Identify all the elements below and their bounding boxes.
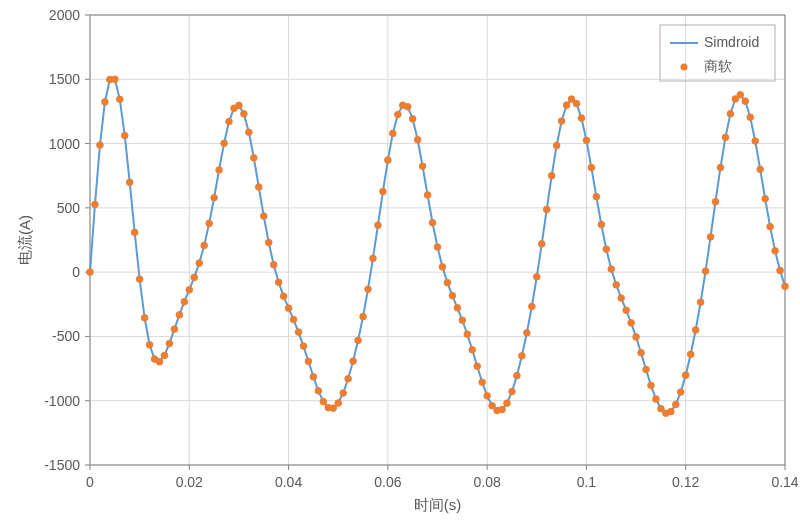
- series-marker: [772, 248, 779, 255]
- series-marker: [593, 193, 600, 200]
- series-marker: [747, 114, 754, 121]
- series-marker: [390, 130, 397, 137]
- series-marker: [265, 239, 272, 246]
- series-marker: [524, 330, 531, 337]
- series-marker: [633, 334, 640, 341]
- series-marker: [504, 400, 511, 407]
- series-marker: [146, 341, 153, 348]
- series-marker: [648, 382, 655, 389]
- series-marker: [519, 353, 526, 360]
- series-marker: [380, 188, 387, 195]
- series-marker: [345, 375, 352, 382]
- series-marker: [643, 366, 650, 373]
- y-tick-label: -1000: [44, 393, 80, 409]
- series-marker: [176, 312, 183, 319]
- series-marker: [682, 372, 689, 379]
- series-marker: [394, 111, 401, 118]
- y-tick-label: 2000: [49, 7, 80, 23]
- series-marker: [543, 206, 550, 213]
- series-marker: [226, 118, 233, 125]
- x-axis-title: 时间(s): [414, 496, 462, 513]
- series-marker: [687, 351, 694, 358]
- x-tick-label: 0.04: [275, 474, 302, 490]
- series-marker: [752, 138, 759, 145]
- series-marker: [350, 358, 357, 365]
- series-marker: [469, 347, 476, 354]
- series-marker: [548, 172, 555, 179]
- series-marker: [558, 118, 565, 125]
- series-marker: [588, 164, 595, 171]
- series-marker: [608, 266, 615, 273]
- series-marker: [563, 102, 570, 109]
- series-marker: [514, 372, 521, 379]
- legend-label-simdroid: Simdroid: [704, 34, 759, 50]
- series-marker: [171, 326, 178, 333]
- series-marker: [241, 111, 248, 118]
- series-marker: [295, 329, 302, 336]
- series-marker: [116, 96, 123, 103]
- series-marker: [777, 267, 784, 274]
- series-marker: [375, 222, 382, 229]
- series-marker: [285, 305, 292, 312]
- series-marker: [141, 314, 148, 321]
- series-marker: [623, 307, 630, 314]
- series-marker: [131, 229, 138, 236]
- y-tick-label: 1000: [49, 136, 80, 152]
- series-marker: [181, 298, 188, 305]
- series-marker: [474, 363, 481, 370]
- series-marker: [722, 134, 729, 141]
- series-marker: [166, 340, 173, 347]
- series-marker: [370, 255, 377, 262]
- series-marker: [484, 393, 491, 400]
- series-marker: [628, 320, 635, 327]
- series-marker: [638, 349, 645, 356]
- series-marker: [310, 374, 317, 381]
- series-marker: [707, 234, 714, 241]
- series-marker: [578, 115, 585, 122]
- series-marker: [251, 155, 258, 162]
- series-marker: [290, 316, 297, 323]
- series-marker: [767, 223, 774, 230]
- series-marker: [702, 268, 709, 275]
- series-marker: [340, 390, 347, 397]
- series-marker: [196, 260, 203, 267]
- y-tick-label: 500: [57, 200, 81, 216]
- series-marker: [305, 358, 312, 365]
- series-marker: [121, 132, 128, 139]
- series-marker: [409, 116, 416, 123]
- series-marker: [186, 286, 193, 293]
- series-marker: [439, 264, 446, 271]
- series-marker: [618, 295, 625, 302]
- series-marker: [136, 276, 143, 283]
- x-tick-label: 0.08: [474, 474, 501, 490]
- series-marker: [672, 401, 679, 408]
- series-marker: [419, 163, 426, 170]
- series-marker: [727, 110, 734, 117]
- series-marker: [161, 352, 168, 359]
- chart-container: -1500-1000-500050010001500200000.020.040…: [0, 0, 800, 520]
- series-marker: [692, 327, 699, 334]
- series-marker: [97, 142, 104, 149]
- series-marker: [330, 405, 337, 412]
- series-marker: [260, 213, 267, 220]
- series-marker: [712, 198, 719, 205]
- legend-swatch-marker: [681, 64, 688, 71]
- series-marker: [553, 142, 560, 149]
- x-tick-label: 0: [86, 474, 94, 490]
- x-tick-label: 0.1: [577, 474, 597, 490]
- y-tick-label: 1500: [49, 71, 80, 87]
- series-marker: [246, 129, 253, 136]
- series-marker: [156, 358, 163, 365]
- series-marker: [236, 102, 243, 109]
- y-tick-label: -500: [52, 328, 80, 344]
- series-marker: [355, 337, 362, 344]
- series-marker: [613, 282, 620, 289]
- x-tick-label: 0.06: [374, 474, 401, 490]
- series-marker: [464, 331, 471, 338]
- series-marker: [529, 303, 536, 310]
- series-marker: [449, 292, 456, 299]
- series-marker: [434, 244, 441, 251]
- series-marker: [315, 388, 322, 395]
- series-marker: [206, 220, 213, 227]
- series-marker: [762, 195, 769, 202]
